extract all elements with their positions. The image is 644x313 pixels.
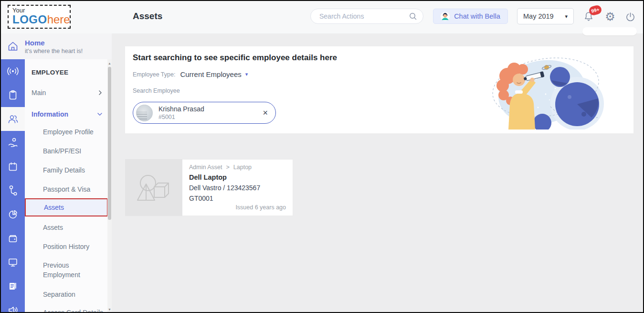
broadcast-icon[interactable] [1,59,25,83]
search-actions-box[interactable] [310,9,423,24]
caret-down-icon: ▾ [565,13,568,20]
caret-down-icon: ▾ [245,71,248,77]
search-employee-label: Search Employee [133,87,180,94]
search-actions-input[interactable] [318,12,409,21]
asset-code: GT0001 [189,194,286,202]
asset-card[interactable]: Admin Asset > Laptop Dell Laptop Dell Va… [125,159,293,216]
nav-item-bank-pf-esi[interactable]: Bank/PF/ESI [25,146,107,156]
floating-panel-edge [582,27,637,35]
sidebar-item-home[interactable]: Home it's where the heart is! [1,33,112,59]
people-icon[interactable] [1,107,25,131]
employee-avatar [136,105,153,121]
search-illustration [488,50,609,130]
asset-model: Dell Vastro / 123423567 [189,184,286,192]
month-selector-value: May 2019 [523,12,565,20]
settings-gear-icon[interactable]: ⚙ [603,10,617,23]
chat-button-label: Chat with Bella [454,12,500,20]
nav-item-previous-employment[interactable]: Previous Employment [25,260,87,281]
nav-item-position-history[interactable]: Position History [25,241,107,252]
logo-text-logo: LOGO [12,13,47,26]
logo-text-here: here [47,13,70,26]
sidebar-scrollbar[interactable]: ▲ ▼ [107,59,112,313]
news-edit-icon[interactable] [1,274,25,298]
wallet-icon[interactable] [1,227,25,250]
page-title: Assets [133,11,162,22]
bella-avatar [441,12,450,21]
nav-item-information-label: Information [32,110,97,118]
calendar-icon[interactable] [1,155,25,179]
home-icon [1,40,25,53]
home-label: Home [25,39,83,47]
employee-type-value: Current Employees [180,70,241,78]
employee-type-label: Employee Type: [133,71,175,78]
employee-id: #5001 [158,114,263,120]
nav-item-assets-2[interactable]: Assets [25,222,107,233]
asset-name: Dell Laptop [189,173,286,181]
chevron-down-icon [97,112,103,117]
pie-chart-icon[interactable] [1,203,25,227]
asset-breadcrumb: Admin Asset > Laptop [189,164,286,171]
benefits-hand-icon[interactable] [1,131,25,155]
asset-image-placeholder [125,159,182,216]
employee-type-dropdown[interactable]: Current Employees ▾ [180,70,248,78]
org-branch-icon[interactable] [1,179,25,203]
power-logout-icon[interactable] [623,10,637,23]
asset-issued-date: Issued 6 years ago [189,204,286,211]
asset-category: Admin Asset [189,164,222,171]
clipboard-icon[interactable] [1,83,25,107]
month-selector[interactable]: May 2019 ▾ [517,8,574,24]
nav-item-main[interactable]: Main [25,87,107,98]
nav-item-main-label: Main [32,89,98,97]
search-icon [409,12,417,21]
asset-info: Admin Asset > Laptop Dell Laptop Dell Va… [182,159,293,216]
main-content: Start searching to see specific employee… [112,33,643,312]
employee-name: Krishna Prasad [158,105,263,113]
scrollbar-down-arrow[interactable]: ▼ [107,306,112,312]
scrollbar-up-arrow[interactable]: ▲ [107,60,112,66]
company-logo[interactable]: Your LOGOhere [8,5,71,29]
nav-item-separation[interactable]: Separation [25,289,107,300]
nav-item-employee-profile[interactable]: Employee Profile [25,127,107,137]
scrollbar-thumb[interactable] [108,67,111,220]
monitor-icon[interactable] [1,250,25,274]
nav-section-employee: EMPLOYEE [32,69,68,76]
nav-item-assets-active[interactable]: Assets [25,198,108,216]
top-header: Your LOGOhere Assets Chat with Bella May… [1,1,643,33]
icon-rail [1,59,25,313]
home-subtitle: it's where the heart is! [25,48,83,54]
announcement-icon[interactable] [1,298,25,313]
breadcrumb-separator: > [226,164,229,171]
employee-search-panel: Start searching to see specific employee… [125,46,633,133]
search-panel-heading: Start searching to see specific employee… [133,53,337,63]
selected-employee-chip[interactable]: Krishna Prasad #5001 × [133,102,276,124]
chevron-right-icon [98,90,103,96]
nav-item-family-details[interactable]: Family Details [25,165,107,175]
notifications-button[interactable]: 99+ [582,10,595,23]
close-icon[interactable]: × [263,108,268,117]
sidebar-nav: EMPLOYEE Main Information Employee Profi… [25,59,107,313]
nav-item-information[interactable]: Information [25,108,107,120]
nav-item-passport-visa[interactable]: Passport & Visa [25,184,107,194]
chat-with-bella-button[interactable]: Chat with Bella [433,9,508,24]
logo-text-main: LOGOhere [12,13,70,26]
nav-item-access-card-details[interactable]: Access Card Details [25,307,107,313]
asset-subcategory: Laptop [233,164,252,171]
